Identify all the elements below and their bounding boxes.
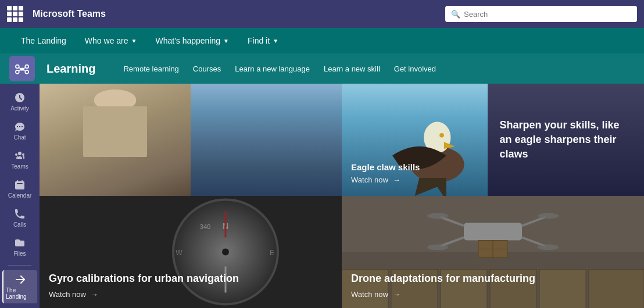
- top-bar: Microsoft Teams 🔍: [0, 0, 644, 28]
- drone-card-title: Drone adaptations for manufacturing: [351, 272, 535, 285]
- sidebar-label-calendar: Calendar: [8, 192, 32, 199]
- bottomleft-content: Gyro calibrations for urban navigation W…: [49, 272, 239, 299]
- nav-label-whoweare: Who we are: [85, 36, 128, 45]
- drone-watch-button[interactable]: Watch now →: [351, 290, 535, 299]
- nav-item-landing[interactable]: The Landing: [12, 28, 76, 53]
- sidebar-item-thelanding[interactable]: The Landing: [2, 270, 37, 303]
- nav-label-whathappening: What's happening: [155, 36, 220, 45]
- arrow-icon: →: [393, 176, 400, 184]
- learning-nav-language[interactable]: Learn a new language: [228, 53, 317, 84]
- sidebar-label-calls: Calls: [13, 221, 26, 228]
- files-icon: [14, 237, 26, 249]
- learning-nav-remote[interactable]: Remote learning: [116, 53, 185, 84]
- eagle-text-section: Sharpen your skills, like an eagle sharp…: [488, 84, 644, 196]
- search-input[interactable]: [464, 10, 631, 19]
- sidebar-label-teams: Teams: [11, 163, 28, 170]
- drone-icon: [14, 60, 30, 77]
- svg-point-3: [16, 70, 19, 74]
- calendar-icon: [14, 179, 26, 191]
- grid-icon[interactable]: [7, 6, 23, 22]
- sidebar: Activity Chat Teams Calendar: [0, 84, 40, 308]
- sidebar-item-chat[interactable]: Chat: [2, 117, 37, 144]
- sidebar-label-files: Files: [13, 250, 26, 257]
- calls-icon: [14, 208, 26, 220]
- learning-title: Learning: [46, 62, 95, 76]
- gyro-watch-button[interactable]: Watch now →: [49, 290, 239, 299]
- learning-logo: [9, 56, 35, 81]
- card-bottomright[interactable]: Drone adaptations for manufacturing Watc…: [342, 196, 644, 308]
- svg-line-8: [24, 70, 26, 71]
- nav-item-whathappening[interactable]: What's happening ▼: [146, 28, 238, 53]
- nav-label-findit: Find it: [248, 36, 270, 45]
- search-bar[interactable]: 🔍: [445, 6, 637, 22]
- arrow-icon: →: [91, 290, 98, 299]
- learning-nav: Remote learning Courses Learn a new lang…: [116, 53, 443, 84]
- learning-bar: Learning Remote learning Courses Learn a…: [0, 53, 644, 84]
- eagle-card-overlay: Eagle claw skills Watch now →: [351, 162, 420, 184]
- learning-nav-skill[interactable]: Learn a new skill: [317, 53, 387, 84]
- eagle-card-title: Eagle claw skills: [351, 162, 420, 172]
- svg-rect-0: [20, 68, 24, 71]
- svg-line-6: [24, 67, 26, 69]
- gyro-card-title: Gyro calibrations for urban navigation: [49, 272, 239, 285]
- learning-nav-involved[interactable]: Get involved: [387, 53, 443, 84]
- eagle-watch-button[interactable]: Watch now →: [351, 176, 420, 184]
- activity-icon: [14, 92, 26, 103]
- svg-point-4: [25, 70, 28, 74]
- svg-point-11: [439, 133, 444, 138]
- sidebar-item-calendar[interactable]: Calendar: [2, 176, 37, 202]
- search-icon: 🔍: [451, 10, 460, 19]
- chat-icon: [14, 121, 26, 132]
- nav-bar: The Landing Who we are ▼ What's happenin…: [0, 28, 644, 53]
- eagle-tagline: Sharpen your skills, like an eagle sharp…: [499, 118, 632, 162]
- app-title: Microsoft Teams: [33, 9, 438, 19]
- sidebar-label-thelanding: The Landing: [6, 287, 35, 300]
- chevron-down-icon: ▼: [131, 38, 137, 44]
- teams-icon: [14, 150, 26, 162]
- main-area: Activity Chat Teams Calendar: [0, 84, 644, 308]
- card-topleft[interactable]: [40, 84, 342, 196]
- sidebar-label-activity: Activity: [10, 105, 29, 112]
- sidebar-item-files[interactable]: Files: [2, 234, 37, 260]
- bottomright-content: Drone adaptations for manufacturing Watc…: [351, 272, 535, 299]
- sidebar-item-more[interactable]: ...: [2, 306, 37, 308]
- content-grid: Eagle claw skills Watch now → Sharpen yo…: [40, 84, 644, 308]
- chevron-down-icon: ▼: [223, 38, 229, 44]
- chevron-down-icon: ▼: [273, 38, 278, 44]
- learning-nav-courses[interactable]: Courses: [186, 53, 228, 84]
- nav-item-whoweare[interactable]: Who we are ▼: [76, 28, 146, 53]
- svg-line-7: [19, 70, 20, 71]
- sidebar-divider: [8, 265, 31, 266]
- nav-item-findit[interactable]: Find it ▼: [238, 28, 288, 53]
- card-bottomleft[interactable]: N S W E 340 Gyro calibrations for urban …: [40, 196, 342, 308]
- svg-point-1: [16, 65, 19, 69]
- sidebar-item-teams[interactable]: Teams: [2, 146, 37, 173]
- arrow-icon: →: [393, 290, 400, 299]
- svg-line-5: [19, 67, 20, 69]
- sidebar-item-activity[interactable]: Activity: [2, 88, 37, 115]
- sidebar-label-chat: Chat: [13, 134, 26, 141]
- sidebar-item-calls[interactable]: Calls: [2, 205, 37, 231]
- nav-label-landing: The Landing: [21, 36, 66, 45]
- landing-icon: [15, 274, 26, 285]
- card-topright[interactable]: Eagle claw skills Watch now → Sharpen yo…: [342, 84, 644, 196]
- svg-point-2: [25, 65, 28, 69]
